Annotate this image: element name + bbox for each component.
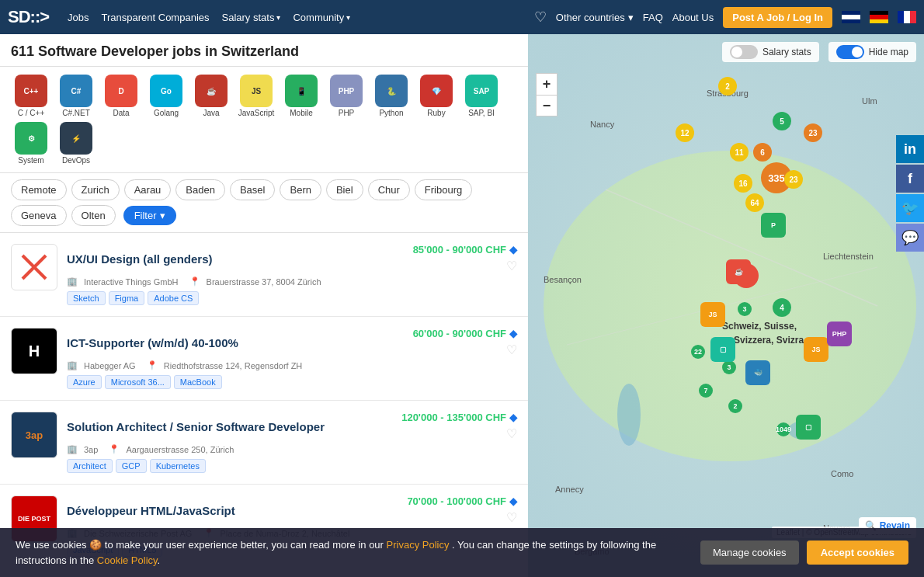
logo-pin-js2[interactable]: JS xyxy=(804,337,828,362)
location-zurich[interactable]: Zurich xyxy=(71,179,120,200)
logo-pin-java[interactable]: ☕ xyxy=(726,259,751,284)
location-baden[interactable]: Baden xyxy=(175,179,225,200)
linkedin-icon[interactable]: in xyxy=(896,135,924,163)
category-icon-ruby[interactable]: 💎Ruby xyxy=(416,75,457,117)
manage-cookies-button[interactable]: Manage cookies xyxy=(700,541,799,565)
location-geneva[interactable]: Geneva xyxy=(11,205,67,226)
zoom-in-button[interactable]: + xyxy=(536,73,558,95)
nav-transparent-companies[interactable]: Transparent Companies xyxy=(102,12,210,23)
location-biel[interactable]: Biel xyxy=(326,179,363,200)
marker-23-mid[interactable]: 23 xyxy=(784,170,803,189)
job-favorite-button[interactable]: ♡ xyxy=(506,510,517,525)
category-icon-mobile[interactable]: 📱Mobile xyxy=(281,75,321,117)
logo[interactable]: SD::> xyxy=(8,7,49,27)
marker-2[interactable]: 2 xyxy=(718,77,737,96)
job-tag[interactable]: Azure xyxy=(67,375,102,389)
header: SD::> Jobs Transparent Companies Salary … xyxy=(0,0,924,34)
cookie-policy-link[interactable]: Cookie Policy xyxy=(97,554,158,566)
location-fribourg[interactable]: Fribourg xyxy=(415,179,472,200)
location-aarau[interactable]: Aarau xyxy=(124,179,172,200)
job-tag[interactable]: Figma xyxy=(109,291,145,305)
job-favorite-button[interactable]: ♡ xyxy=(506,342,517,357)
logo-pin-js[interactable]: JS xyxy=(700,302,725,327)
nav-jobs[interactable]: Jobs xyxy=(68,12,89,23)
location-olten[interactable]: Olten xyxy=(71,205,116,226)
job-tag[interactable]: Kubernetes xyxy=(150,459,206,473)
flag-de-icon[interactable] xyxy=(870,11,888,23)
job-meta: 🏢 Interactive Things GmbH 📍 Brauerstrass… xyxy=(67,276,517,287)
marker-11[interactable]: 11 xyxy=(730,143,749,162)
flag-uk-icon[interactable] xyxy=(842,11,860,23)
category-icon-golang[interactable]: GoGolang xyxy=(146,75,186,117)
location-basel[interactable]: Basel xyxy=(230,179,276,200)
discord-icon[interactable]: 💬 xyxy=(896,224,924,252)
job-salary: 85'000 - 90'000 CHF ◆ xyxy=(413,244,517,255)
marker-3-low[interactable]: 3 xyxy=(738,302,752,316)
salary-stats-toggle[interactable] xyxy=(730,45,758,59)
nav-salary-stats[interactable]: Salary stats ▾ xyxy=(222,12,281,23)
job-favorite-button[interactable]: ♡ xyxy=(506,259,517,273)
marker-22[interactable]: 22 xyxy=(691,345,705,359)
logo-pin-green[interactable]: P xyxy=(761,213,786,238)
job-tag[interactable]: MacBook xyxy=(174,375,222,389)
category-icon-php[interactable]: PHPPHP xyxy=(326,75,366,117)
hide-map-toggle[interactable] xyxy=(836,45,864,59)
flag-fr-icon[interactable] xyxy=(898,11,916,23)
job-card[interactable]: UX/UI Design (all genders)85'000 - 90'00… xyxy=(0,233,528,317)
other-countries-dropdown[interactable]: Other countries ▾ xyxy=(556,12,634,23)
location-remote[interactable]: Remote xyxy=(11,179,67,200)
nav-about-us[interactable]: About Us xyxy=(672,12,714,23)
job-tag[interactable]: GCP xyxy=(116,459,147,473)
nav-faq[interactable]: FAQ xyxy=(643,12,663,23)
logo-pin-green2[interactable]: ▢ xyxy=(710,337,735,362)
job-tag[interactable]: Microsoft 36... xyxy=(105,375,171,389)
category-icon-devops[interactable]: ⚡DevOps xyxy=(56,122,96,165)
marker-5[interactable]: 5 xyxy=(773,112,791,130)
location-chur[interactable]: Chur xyxy=(368,179,410,200)
twitter-icon[interactable]: 🐦 xyxy=(896,194,924,222)
location-pin-icon: 📍 xyxy=(189,276,200,287)
marker-64[interactable]: 64 xyxy=(745,193,764,212)
location-filters: RemoteZurichAarauBadenBaselBernBielChurF… xyxy=(0,173,528,233)
job-card[interactable]: HICT-Supporter (w/m/d) 40-100%60'000 - 9… xyxy=(0,317,528,401)
job-tag[interactable]: Architect xyxy=(67,459,113,473)
job-meta: 🏢 3ap 📍 Aargauerstrasse 250, Zürich xyxy=(67,444,517,454)
category-icon-system[interactable]: ⚙System xyxy=(11,122,51,165)
job-tag[interactable]: Adobe CS xyxy=(148,291,199,305)
category-icon-sap--bi[interactable]: SAPSAP, BI xyxy=(461,75,502,117)
marker-2-bottom[interactable]: 2 xyxy=(728,399,742,413)
map-background: Nancy Strasbourg Ulm Besançon Liechtenst… xyxy=(528,34,924,577)
marker-1049[interactable]: 1049 xyxy=(776,422,790,436)
location-bern[interactable]: Bern xyxy=(280,179,321,200)
job-card[interactable]: 3apSolution Architect / Senior Software … xyxy=(0,401,528,485)
logo-pin-docker[interactable]: 🐳 xyxy=(745,360,770,385)
salary-stats-arrow-icon: ▾ xyxy=(276,13,280,22)
category-icon-data[interactable]: DData xyxy=(101,75,141,117)
post-job-button[interactable]: Post A Job / Log In xyxy=(723,7,832,28)
logo-pin-1049-green[interactable]: ▢ xyxy=(796,415,821,440)
accept-cookies-button[interactable]: Accept cookies xyxy=(807,541,908,565)
job-tags: AzureMicrosoft 36...MacBook xyxy=(67,375,517,389)
category-icon-c---c--[interactable]: C++C / C++ xyxy=(11,75,51,117)
job-tag[interactable]: Sketch xyxy=(67,291,106,305)
marker-6-right[interactable]: 6 xyxy=(753,143,772,162)
filter-button[interactable]: Filter ▾ xyxy=(123,206,176,225)
hide-map-label: Hide map xyxy=(869,47,908,57)
marker-3-mid[interactable]: 3 xyxy=(722,360,736,374)
zoom-out-button[interactable]: − xyxy=(536,95,558,116)
nav-community[interactable]: Community ▾ xyxy=(293,12,350,23)
facebook-icon[interactable]: f xyxy=(896,165,924,193)
marker-12[interactable]: 12 xyxy=(676,123,694,142)
privacy-policy-link[interactable]: Privacy Policy xyxy=(387,539,450,551)
logo-pin-php[interactable]: PHP xyxy=(827,322,852,346)
job-favorite-button[interactable]: ♡ xyxy=(506,426,517,441)
category-icon-c--net[interactable]: C#C#.NET xyxy=(56,75,96,117)
favorites-heart-icon[interactable]: ♡ xyxy=(534,9,547,26)
marker-7[interactable]: 7 xyxy=(699,384,713,398)
marker-23-right[interactable]: 23 xyxy=(804,123,822,142)
category-icon-python[interactable]: 🐍Python xyxy=(371,75,412,117)
category-icon-java[interactable]: ☕Java xyxy=(191,75,231,117)
category-icon-javascript[interactable]: JSJavaScript xyxy=(236,75,276,117)
marker-4[interactable]: 4 xyxy=(773,298,791,317)
marker-16[interactable]: 16 xyxy=(734,174,752,193)
